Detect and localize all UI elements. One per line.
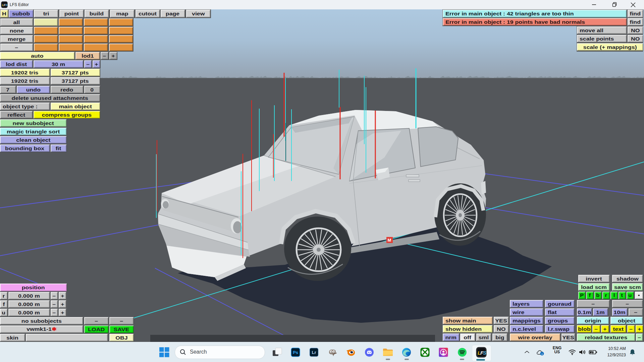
svg-text:LFS: LFS (2, 3, 8, 7)
svg-text:Ps: Ps (293, 350, 298, 355)
svg-text:LFS: LFS (478, 350, 486, 356)
svg-text:M: M (388, 238, 391, 243)
svg-text:Lr: Lr (312, 350, 316, 355)
